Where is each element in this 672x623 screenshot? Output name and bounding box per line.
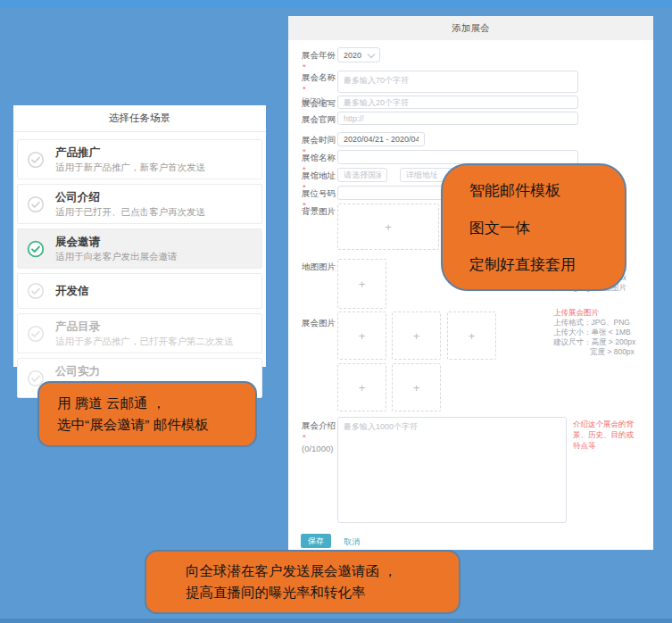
field-label-website: 展会官网 (302, 114, 337, 126)
field-label-intro: 展会介绍* (0/1000) (302, 420, 337, 454)
scene-chooser-panel: 选择任务场景 产品推广 适用于新产品推广，新客户首次发送 公司介绍 适用于已打开… (13, 105, 266, 367)
scene-panel-title: 选择任务场景 (13, 105, 266, 132)
callout-line: 智能邮件模板 (469, 180, 618, 201)
check-circle-icon (27, 151, 45, 169)
country-select-input[interactable] (337, 168, 387, 182)
bg-image-upload-box[interactable]: + (337, 204, 439, 250)
scene-item-title: 公司介绍 (55, 190, 254, 204)
scene-item-list: 产品推广 适用于新产品推广，新客户首次发送 公司介绍 适用于已打开、已点击客户再… (13, 132, 266, 406)
callout-smart-template: 智能邮件模板 图文一体 定制好直接套用 (441, 163, 626, 291)
expo-image-upload-box-2[interactable]: + (392, 312, 441, 360)
expo-images-tip-title: 上传展会图片 (553, 308, 635, 318)
intro-tip: 介绍这个展会的背景、历史、目的或特点等 (573, 419, 639, 451)
plus-icon: + (359, 329, 366, 343)
scene-item-subtitle: 适用于多产品推广，已打开客户第二次发送 (55, 336, 254, 347)
year-select-value: 2020 (344, 51, 361, 60)
expo-images-tip: 上传展会图片 上传格式：JPG、PNG 上传大小：单张 < 1MB 建议尺寸：高… (553, 308, 635, 357)
scene-item-subtitle: 适用于向老客户发出展会邀请 (55, 251, 254, 262)
field-label-bg-image: 背景图片 (302, 206, 337, 218)
check-circle-icon (27, 195, 45, 213)
scene-item-product-catalog[interactable]: 产品目录 适用于多产品推广，已打开客户第二次发送 (17, 313, 262, 353)
venue-name-input[interactable] (337, 150, 578, 164)
scene-item-title: 开发信 (55, 279, 254, 303)
plus-icon: + (359, 381, 366, 395)
scene-item-dev-letter[interactable]: 开发信 (17, 273, 262, 309)
cancel-link[interactable]: 取消 (344, 536, 360, 548)
callout-line: 选中“展会邀请” 邮件模板 (57, 414, 255, 436)
scene-item-subtitle: 适用于新产品推广，新客户首次发送 (55, 162, 254, 173)
scene-item-product-promo[interactable]: 产品推广 适用于新产品推广，新客户首次发送 (17, 139, 262, 179)
callout-line: 定制好直接套用 (469, 254, 618, 275)
expo-intro-textarea[interactable] (337, 417, 567, 523)
check-circle-selected-icon (27, 240, 45, 258)
plus-icon: + (469, 329, 476, 343)
scene-item-title: 产品目录 (55, 320, 254, 334)
check-circle-icon (27, 325, 45, 343)
form-title: 添加展会 (288, 16, 653, 40)
expo-image-upload-box-5[interactable]: + (392, 363, 441, 411)
map-image-upload-box[interactable]: + (337, 259, 386, 309)
check-circle-icon (27, 282, 45, 300)
scene-item-title: 展会邀请 (55, 235, 254, 249)
expo-name-input[interactable] (337, 71, 578, 93)
slide-bottom-edge (0, 619, 672, 623)
scene-item-title: 产品推广 (55, 145, 254, 160)
slide-top-edge (0, 0, 672, 7)
plus-icon: + (413, 329, 420, 343)
callout-line: 提高直播间的曝光率和转化率 (186, 582, 459, 603)
scene-item-subtitle: 适用于已打开、已点击客户再次发送 (55, 206, 254, 218)
callout-line: 图文一体 (469, 218, 618, 238)
callout-send-invitation: 向全球潜在客户发送展会邀请函 ， 提高直播间的曝光率和转化率 (145, 550, 460, 614)
field-label-abbr: 展会缩写 (302, 98, 337, 110)
callout-use-yunyoutong: 用 腾道 云邮通 ， 选中“展会邀请” 邮件模板 (37, 381, 257, 447)
field-label-year: 展会年份* (302, 50, 337, 73)
expo-website-input[interactable] (337, 112, 578, 125)
expo-abbr-input[interactable] (337, 96, 578, 109)
plus-icon: + (413, 381, 420, 395)
scene-item-title: 公司实力 (55, 364, 254, 378)
year-select[interactable]: 2020 (337, 47, 380, 62)
chevron-down-icon (368, 50, 375, 57)
intro-counter: (0/1000) (302, 444, 333, 453)
form-body: 展会年份* 2020 展会名称* (0/70) 展会缩写 展会官网 展会时间* … (288, 40, 653, 550)
expo-image-upload-box-4[interactable]: + (337, 363, 386, 411)
save-button[interactable]: 保存 (301, 534, 331, 548)
plus-icon: + (359, 278, 366, 291)
field-label-expo-images: 展会图片 (302, 318, 337, 329)
plus-icon: + (385, 220, 392, 234)
scene-item-company-intro[interactable]: 公司介绍 适用于已打开、已点击客户再次发送 (17, 184, 262, 224)
expo-image-upload-box-3[interactable]: + (447, 312, 496, 360)
field-label-map-image: 地图图片 (302, 262, 337, 273)
scene-item-expo-invite[interactable]: 展会邀请 适用于向老客户发出展会邀请 (17, 228, 262, 269)
callout-line: 用 腾道 云邮通 ， (57, 393, 255, 414)
expo-time-input[interactable] (337, 132, 425, 146)
expo-image-upload-box-1[interactable]: + (337, 312, 386, 360)
callout-line: 向全球潜在客户发送展会邀请函 ， (186, 561, 459, 582)
